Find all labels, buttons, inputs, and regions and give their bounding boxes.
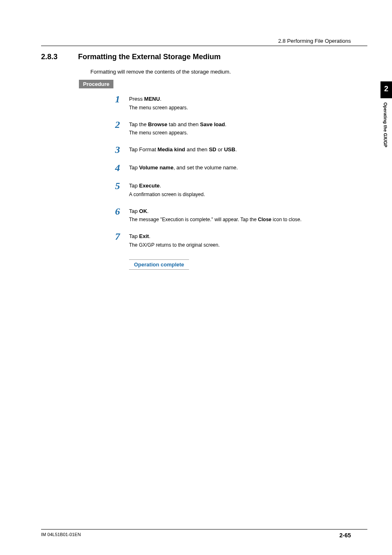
- step-number: 5: [111, 181, 120, 191]
- chapter-tab-title: Operating the GX/GP: [380, 98, 390, 151]
- step-body: Tap the Browse tab and then Save load.Th…: [129, 120, 226, 137]
- step-number: 2: [111, 120, 120, 130]
- page-footer: IM 04L51B01-01EN 2-65: [41, 529, 367, 539]
- step-main-text: Tap the Browse tab and then Save load.: [129, 120, 226, 129]
- procedure-step: 5Tap Execute.A confirmation screen is di…: [111, 181, 347, 198]
- step-body: Tap Exit.The GX/GP returns to the origin…: [129, 231, 220, 249]
- step-body: Tap Volume name, and set the volume name…: [129, 163, 238, 172]
- operation-complete-label: Operation complete: [129, 259, 189, 270]
- step-sub-text: The menu screen appears.: [129, 104, 188, 111]
- step-sub-text: The message "Execution is complete." wil…: [129, 216, 302, 223]
- step-number: 4: [111, 163, 120, 173]
- footer-doc-id: IM 04L51B01-01EN: [41, 532, 81, 539]
- section-title: Formatting the External Storage Medium: [78, 53, 221, 61]
- step-main-text: Tap Format Media kind and then SD or USB…: [129, 146, 237, 154]
- section-number: 2.8.3: [41, 53, 71, 61]
- step-number: 7: [111, 231, 120, 241]
- step-main-text: Tap Exit.: [129, 232, 220, 240]
- step-number: 1: [111, 94, 120, 104]
- procedure-step: 6Tap OK.The message "Execution is comple…: [111, 206, 347, 224]
- step-main-text: Tap OK.: [129, 207, 302, 215]
- section-intro: Formatting will remove the contents of t…: [90, 69, 347, 75]
- procedure-step: 1Press MENU.The menu screen appears.: [111, 94, 347, 111]
- step-sub-text: The GX/GP returns to the original screen…: [129, 241, 220, 249]
- procedure-label: Procedure: [79, 80, 113, 88]
- section-heading: 2.8.3 Formatting the External Storage Me…: [41, 53, 347, 61]
- content-area: 2.8.3 Formatting the External Storage Me…: [41, 53, 367, 270]
- procedure-step: 7Tap Exit.The GX/GP returns to the origi…: [111, 231, 347, 249]
- chapter-tab: 2 Operating the GX/GP: [380, 81, 392, 151]
- step-body: Tap OK.The message "Execution is complet…: [129, 206, 302, 224]
- procedure-step: 4Tap Volume name, and set the volume nam…: [111, 163, 347, 173]
- step-main-text: Tap Volume name, and set the volume name…: [129, 164, 238, 172]
- step-sub-text: A confirmation screen is displayed.: [129, 191, 205, 198]
- step-number: 3: [111, 145, 120, 155]
- procedure-step: 3Tap Format Media kind and then SD or US…: [111, 145, 347, 155]
- step-number: 6: [111, 206, 120, 216]
- step-body: Press MENU.The menu screen appears.: [129, 94, 188, 111]
- step-main-text: Tap Execute.: [129, 182, 205, 190]
- footer-page-number: 2-65: [339, 532, 367, 539]
- step-sub-text: The menu screen appears.: [129, 129, 226, 136]
- step-body: Tap Format Media kind and then SD or USB…: [129, 145, 237, 154]
- steps-list: 1Press MENU.The menu screen appears.2Tap…: [111, 94, 347, 249]
- header-breadcrumb: 2.8 Performing File Operations: [41, 38, 367, 44]
- page-container: 2.8 Performing File Operations 2.8.3 For…: [0, 0, 392, 555]
- header-rule: 2.8 Performing File Operations: [41, 38, 367, 46]
- step-main-text: Press MENU.: [129, 95, 188, 103]
- step-body: Tap Execute.A confirmation screen is dis…: [129, 181, 205, 198]
- chapter-tab-number: 2: [380, 81, 392, 98]
- procedure-step: 2Tap the Browse tab and then Save load.T…: [111, 120, 347, 137]
